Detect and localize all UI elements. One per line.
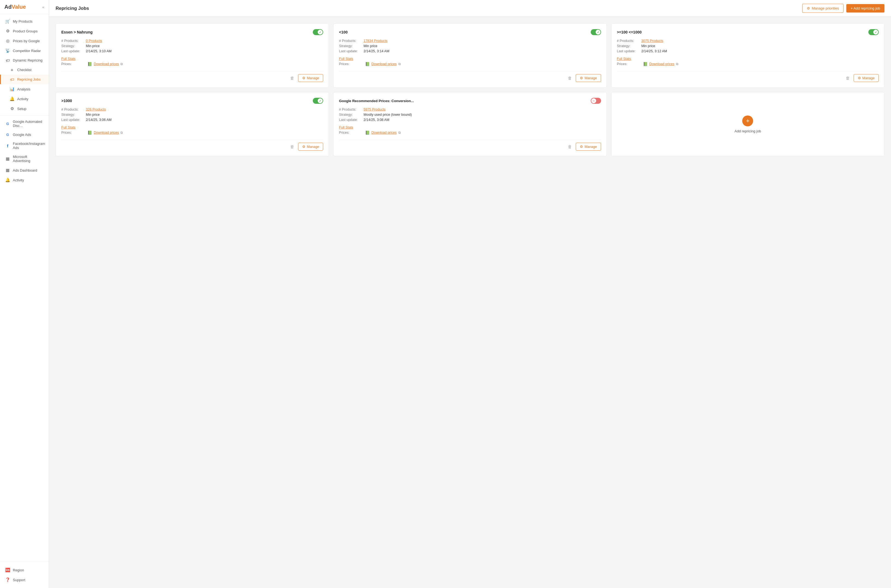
strategy-value-lt100: Min price (364, 44, 377, 48)
strategy-value-essen: Min price (86, 44, 100, 48)
manage-priorities-icon: ⚙ (807, 6, 810, 10)
sidebar-item-facebook-instagram[interactable]: f Facebook/Instagram Ads (0, 139, 49, 152)
prices-label-essen: Prices: (61, 62, 86, 66)
sidebar-item-microsoft-advertising[interactable]: ▦ Microsoft Advertising (0, 152, 49, 165)
delete-button-lt100[interactable]: 🗑 (567, 75, 573, 81)
products-label-google-recommended: # Products: (339, 108, 364, 111)
full-stats-link-google-recommended[interactable]: Full Stats (339, 126, 353, 129)
sidebar-item-dynamic-repricing[interactable]: 🏷 Dynamic Repricing (0, 56, 49, 65)
activity-icon: 🔔 (9, 96, 14, 101)
products-count-link-google-recommended[interactable]: 5975 Products (364, 108, 386, 111)
top-actions: ⚙ Manage priorities + Add repricing job (802, 4, 885, 13)
copy-icon-gt1000[interactable]: ⧉ (120, 131, 123, 135)
products-count-link-range[interactable]: 3075 Products (642, 39, 664, 43)
manage-priorities-button[interactable]: ⚙ Manage priorities (802, 4, 844, 13)
toggle-gt1000[interactable]: ✓ (313, 98, 323, 104)
check-icon-lt100: ✓ (597, 31, 599, 34)
full-stats-link-range[interactable]: Full Stats (617, 57, 631, 61)
toggle-lt100[interactable]: ✓ (591, 29, 601, 35)
copy-icon-google-recommended[interactable]: ⧉ (398, 131, 401, 135)
full-stats-link-essen[interactable]: Full Stats (61, 57, 75, 61)
delete-button-essen[interactable]: 🗑 (289, 75, 295, 81)
copy-icon-essen[interactable]: ⧉ (120, 62, 123, 66)
manage-button-essen[interactable]: ⚙ Manage (298, 74, 323, 82)
add-job-plus-button[interactable]: + (742, 116, 753, 126)
sidebar-item-google-ads[interactable]: G Google Ads (0, 130, 49, 139)
sidebar-item-repricing-jobs[interactable]: 🏷 Repricing Jobs (0, 75, 49, 84)
jobs-grid: Essen > Nahrung ✓ # Products: 0 Products… (56, 23, 885, 156)
toggle-knob-essen: ✓ (318, 30, 323, 34)
add-job-label: Add repricing job (735, 129, 761, 133)
add-job-card[interactable]: + Add repricing job (611, 92, 885, 156)
download-prices-link-gt1000[interactable]: Download prices (94, 131, 119, 135)
google-ads-icon: G (5, 133, 10, 137)
checklist-icon: ≡ (9, 68, 14, 72)
toggle-slider-google-recommended: – (591, 98, 601, 104)
sidebar-item-checklist[interactable]: ≡ Checklist (0, 65, 49, 75)
download-prices-link-range[interactable]: Download prices (649, 62, 675, 66)
sidebar-item-support[interactable]: ❓ Support (0, 575, 49, 585)
sidebar-item-my-products[interactable]: 🛒 My Products (0, 16, 49, 26)
add-repricing-job-button[interactable]: + Add repricing job (846, 4, 885, 12)
manage-button-range[interactable]: ⚙ Manage (853, 74, 879, 82)
download-prices-link-essen[interactable]: Download prices (94, 62, 119, 66)
job-card-gt1000: >1000 ✓ # Products: 326 Products Strateg… (56, 92, 329, 156)
products-count-link-lt100[interactable]: 17834 Products (364, 39, 388, 43)
sidebar-item-competitor-radar[interactable]: 📡 Competitor Radar (0, 46, 49, 56)
job-strategy-row-lt100: Strategy: Min price (339, 44, 601, 48)
sidebar-item-ads-dashboard[interactable]: ▦ Ads Dashboard (0, 165, 49, 175)
download-prices-link-google-recommended[interactable]: Download prices (371, 131, 397, 135)
full-stats-link-gt1000[interactable]: Full Stats (61, 126, 75, 129)
toggle-google-recommended[interactable]: – (591, 98, 601, 104)
sidebar-item-region[interactable]: 🆘 Region (0, 565, 49, 575)
toggle-knob-gt1000: ✓ (318, 98, 323, 103)
strategy-label-lt100: Strategy: (339, 44, 364, 48)
copy-icon-lt100[interactable]: ⧉ (398, 62, 401, 66)
products-label-lt100: # Products: (339, 39, 364, 43)
delete-button-gt1000[interactable]: 🗑 (289, 143, 295, 150)
toggle-slider-lt100: ✓ (591, 29, 601, 35)
logo: AdValue (5, 4, 26, 10)
job-card-google-recommended: Google Recommended Prices: Conversion...… (333, 92, 607, 156)
sidebar-label-google-automated: Google Automated Disc... (13, 120, 44, 128)
sidebar-item-google-automated[interactable]: G Google Automated Disc... (0, 117, 49, 130)
manage-button-lt100[interactable]: ⚙ Manage (576, 74, 601, 82)
toggle-essen[interactable]: ✓ (313, 29, 323, 35)
sidebar-item-activity[interactable]: 🔔 Activity (0, 94, 49, 104)
delete-button-google-recommended[interactable]: 🗑 (567, 143, 573, 150)
full-stats-area-range: Full Stats (617, 57, 879, 61)
job-title-lt100: <100 (339, 30, 348, 34)
download-prices-link-lt100[interactable]: Download prices (371, 62, 397, 66)
job-products-row-lt100: # Products: 17834 Products (339, 39, 601, 43)
excel-icon-lt100: 📗 (365, 62, 370, 66)
products-count-link-gt1000[interactable]: 326 Products (86, 108, 106, 111)
sidebar-item-setup[interactable]: ⚙ Setup (0, 104, 49, 114)
toggle-range[interactable]: ✓ (868, 29, 879, 35)
sidebar-nav: 🛒 My Products ⚙ Product Groups ◎ Prices … (0, 14, 49, 562)
job-card-header-range: >=100 <=1000 ✓ (617, 29, 879, 35)
sidebar-item-prices-by-google[interactable]: ◎ Prices by Google (0, 36, 49, 46)
filter-icon: ⚙ (5, 28, 10, 33)
sidebar-label-setup: Setup (17, 107, 26, 111)
sidebar-item-analysis[interactable]: 📊 Analysis (0, 84, 49, 94)
manage-button-gt1000[interactable]: ⚙ Manage (298, 143, 323, 151)
sidebar-item-product-groups[interactable]: ⚙ Product Groups (0, 26, 49, 36)
products-count-link-essen[interactable]: 0 Products (86, 39, 102, 43)
lastupdate-label-gt1000: Last update: (61, 118, 86, 122)
copy-icon-range[interactable]: ⧉ (676, 62, 678, 66)
sidebar-item-activity-bottom[interactable]: 🔔 Activity (0, 175, 49, 185)
delete-button-range[interactable]: 🗑 (845, 75, 851, 81)
sidebar-collapse-button[interactable]: « (42, 5, 44, 9)
full-stats-link-lt100[interactable]: Full Stats (339, 57, 353, 61)
job-prices-row-range: Prices: 📗 Download prices ⧉ (617, 62, 879, 66)
sidebar-label-ads-dashboard: Ads Dashboard (13, 168, 38, 172)
cart-icon: 🛒 (5, 19, 10, 24)
sidebar-label-microsoft-advertising: Microsoft Advertising (13, 155, 44, 163)
strategy-value-gt1000: Min price (86, 113, 100, 117)
sidebar-footer: 🆘 Region ❓ Support (0, 562, 49, 588)
manage-button-google-recommended[interactable]: ⚙ Manage (576, 143, 601, 151)
job-card-header-gt1000: >1000 ✓ (61, 98, 323, 104)
facebook-icon: f (5, 144, 10, 148)
sidebar-label-dynamic-repricing: Dynamic Repricing (13, 58, 42, 62)
job-prices-row-google-recommended: Prices: 📗 Download prices ⧉ (339, 130, 601, 135)
